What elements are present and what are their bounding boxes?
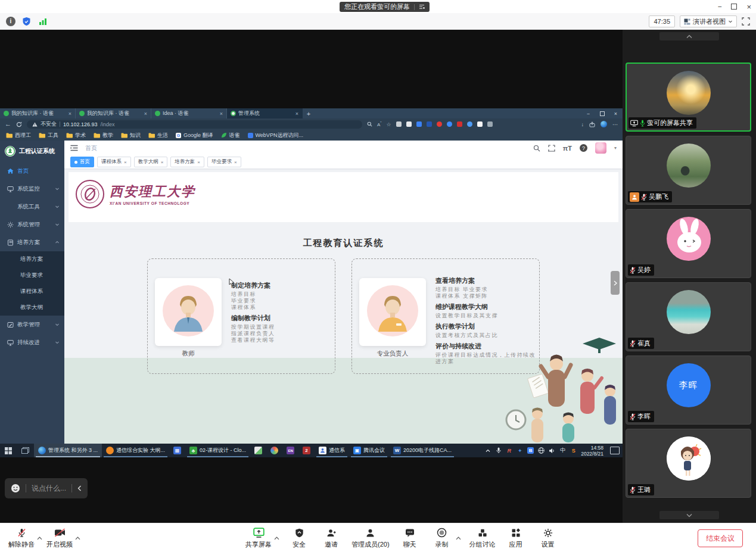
sidebar-subitem[interactable]: 毕业要求 [0, 267, 64, 283]
extension-icon-10[interactable] [487, 121, 493, 127]
taskbar-app-meeting[interactable]: ▣腾讯会议 [349, 444, 389, 457]
sidebar-collapse-handle[interactable] [611, 271, 620, 295]
browser-tab[interactable]: 管理系统× [227, 108, 303, 118]
toolbar-share-screen-button[interactable]: 共享屏幕 [244, 526, 273, 550]
page-fullscreen-icon[interactable] [548, 145, 555, 152]
tag-close-icon[interactable]: × [234, 160, 237, 165]
sidebar-item-2[interactable]: 系统监控 [0, 180, 64, 198]
chat-collapse-icon[interactable] [77, 485, 82, 491]
read-aloud-icon[interactable]: A" [377, 121, 381, 127]
toolbar-unmute-button[interactable]: 解除静音 [7, 526, 36, 550]
browser-tab[interactable]: 我的知识库 · 语雀× [0, 108, 76, 118]
tag-close-icon[interactable]: × [124, 160, 127, 165]
reload-icon[interactable] [16, 121, 22, 127]
toolbar-record-button[interactable]: 录制 [429, 526, 455, 550]
bookmark-item[interactable]: 生活 [148, 132, 168, 139]
task-view-icon[interactable] [17, 444, 34, 457]
participant-tile[interactable]: 萤可的屏幕共享 [626, 63, 751, 132]
taskbar-app-search-orange[interactable]: 通信综合实验 大纲... [102, 444, 169, 457]
tab-close-icon[interactable]: × [69, 111, 71, 117]
browser-tab[interactable]: 我的知识库 · 语雀× [76, 108, 151, 118]
tray-speaker-icon[interactable] [549, 448, 555, 454]
bookmark-item[interactable]: WebVPN远程访问... [248, 132, 303, 139]
view-mode-selector[interactable]: 演讲者视图 [680, 15, 737, 27]
taskbar-app-contact[interactable]: 通信系 [315, 444, 349, 457]
quick-chat-bar[interactable]: 说点什么... [5, 478, 88, 498]
sidebar-item-3[interactable]: 系统工具 [0, 198, 64, 216]
toolbar-record-chevron-icon[interactable] [455, 526, 462, 550]
toolbar-share-screen-chevron-icon[interactable] [273, 526, 280, 550]
taskbar-app-photos[interactable] [250, 444, 266, 457]
minimize-button[interactable]: − [717, 2, 721, 11]
taskbar-app-en-badge[interactable]: EN [282, 444, 298, 457]
tray-globe-icon[interactable] [538, 447, 545, 454]
tray-r-icon[interactable]: R [506, 448, 512, 454]
view-tag[interactable]: 课程体系× [97, 157, 131, 167]
browser-close-button[interactable]: × [609, 111, 623, 117]
scroll-down-button[interactable] [659, 511, 719, 519]
tray-sogou-icon[interactable]: S [570, 448, 577, 454]
favorites-icon[interactable]: ☆ [386, 121, 391, 127]
emoji-icon[interactable] [11, 484, 20, 493]
user-avatar[interactable] [595, 142, 606, 154]
start-button[interactable] [0, 444, 17, 457]
edge-browser-icon[interactable] [601, 121, 607, 127]
view-tag[interactable]: 毕业要求× [207, 157, 241, 167]
meeting-info-icon[interactable]: i [6, 17, 15, 26]
toolbar-breakout-button[interactable]: 分组讨论 [468, 526, 497, 550]
bookmark-item[interactable]: 学术 [66, 132, 86, 139]
share-icon[interactable] [589, 121, 595, 127]
tray-b-icon[interactable]: B [527, 447, 534, 454]
tray-star-icon[interactable]: ✦ [517, 448, 523, 454]
sidebar-item-1[interactable]: 首页 [0, 162, 64, 180]
network-signal-icon[interactable] [38, 16, 48, 26]
toolbar-security-button[interactable]: 安全 [286, 526, 312, 550]
url-bar[interactable]: 不安全 10.102.126.93/index [27, 120, 362, 129]
taskbar-app-word[interactable]: W20200电子线路CA... [389, 444, 456, 457]
new-tab-button[interactable]: + [303, 108, 315, 118]
browser-minimize-button[interactable]: − [581, 111, 595, 117]
page-search-icon[interactable] [533, 145, 540, 152]
maximize-button[interactable] [731, 4, 737, 10]
back-icon[interactable]: ← [5, 121, 11, 127]
fullscreen-icon[interactable] [742, 17, 750, 26]
bookmark-item[interactable]: 西理工 [6, 132, 31, 139]
taskbar-app-red-app[interactable]: 2 [298, 444, 315, 457]
participant-tile[interactable]: 吴婷 [626, 209, 751, 278]
sidebar-subitem[interactable]: 教学大纲 [0, 300, 64, 316]
help-icon[interactable]: ? [580, 144, 587, 152]
sidebar-item-4[interactable]: 系统管理 [0, 216, 64, 233]
extension-icon-7[interactable] [457, 121, 462, 127]
sidebar-item-5[interactable]: 培养方案 [0, 233, 64, 251]
extension-icon-2[interactable] [406, 121, 412, 127]
extension-icon-9[interactable] [477, 121, 483, 127]
tag-close-icon[interactable]: × [161, 160, 164, 165]
more-menu-icon[interactable]: ⋯ [612, 121, 618, 127]
taskbar-app-design[interactable] [266, 444, 282, 457]
taskbar-app-clover[interactable]: ♣02-课程设计 - Clo... [185, 444, 250, 457]
tab-close-icon[interactable]: × [295, 111, 298, 117]
bookmark-item[interactable]: GGoogle 翻译 [176, 132, 213, 139]
extension-icon-4[interactable] [427, 121, 432, 127]
bookmark-item[interactable]: 知识 [121, 132, 141, 139]
downloads-icon[interactable]: ↓ [581, 121, 584, 127]
sidebar-subitem[interactable]: 课程体系 [0, 283, 64, 300]
view-tag[interactable]: 培养方案× [170, 157, 204, 167]
extension-icon-6[interactable] [447, 121, 452, 127]
bookmark-item[interactable]: 教学 [94, 132, 113, 139]
participant-tile[interactable]: 王璐 [626, 429, 751, 498]
tray-mic-icon[interactable] [495, 447, 502, 454]
hamburger-icon[interactable] [70, 145, 78, 151]
bookmark-item[interactable]: 工具 [39, 132, 58, 139]
toolbar-invite-button[interactable]: 邀请 [318, 526, 344, 550]
end-meeting-button[interactable]: 结束会议 [698, 529, 743, 547]
toolbar-apps-button[interactable]: 应用 [503, 526, 529, 550]
security-shield-icon[interactable] [21, 16, 32, 26]
taskbar-app-calculator[interactable]: ▦ [169, 444, 185, 457]
browser-maximize-button[interactable] [595, 111, 609, 116]
tray-expand-icon[interactable] [484, 449, 491, 453]
notification-center-icon[interactable] [610, 447, 620, 454]
sidebar-subitem[interactable]: 培养方案 [0, 251, 64, 267]
extension-icon-5[interactable] [437, 121, 442, 127]
tray-ime-indicator[interactable]: 中 [559, 447, 566, 454]
